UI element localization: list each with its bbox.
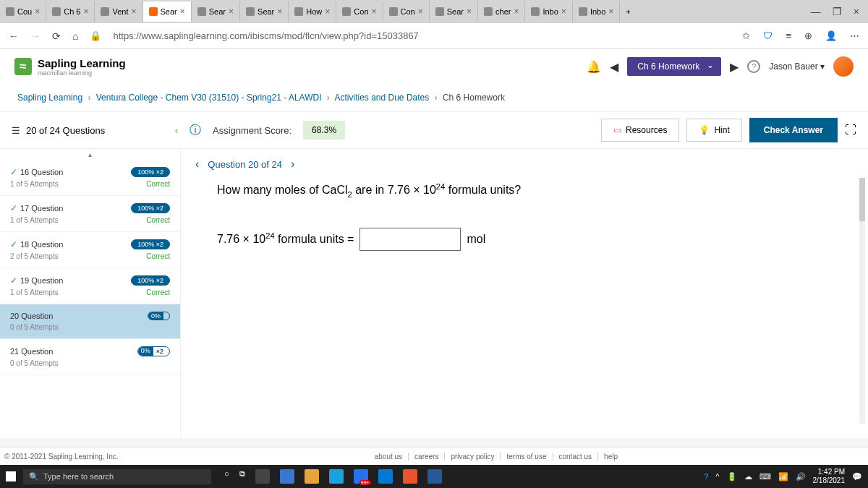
- check-answer-button[interactable]: Check Answer: [749, 118, 838, 142]
- tray-keyboard-icon[interactable]: ⌨: [760, 472, 771, 481]
- browser-tab[interactable]: Ch 6×: [46, 1, 95, 22]
- breadcrumb-link[interactable]: Activities and Due Dates: [335, 93, 430, 103]
- maximize-icon[interactable]: ❐: [833, 6, 842, 17]
- prev-question-icon[interactable]: ‹: [195, 158, 199, 171]
- prev-assignment-icon[interactable]: ◀: [610, 60, 618, 74]
- tray-chevron-icon[interactable]: ^: [715, 472, 719, 481]
- next-question-icon[interactable]: ›: [291, 158, 294, 171]
- browser-tab[interactable]: Con×: [336, 1, 383, 22]
- answer-input[interactable]: [359, 228, 461, 251]
- tray-volume-icon[interactable]: 🔊: [796, 472, 806, 481]
- browser-tab[interactable]: cher×: [478, 1, 525, 22]
- url-text[interactable]: https://www.saplinglearning.com/ibiscms/…: [113, 30, 731, 41]
- tray-battery-icon[interactable]: 🔋: [727, 472, 737, 481]
- taskbar-app-icon[interactable]: [305, 469, 319, 484]
- taskbar-app-icon[interactable]: 99+: [354, 469, 368, 484]
- browser-tab[interactable]: Vent×: [95, 1, 142, 22]
- scrollbar[interactable]: [859, 178, 865, 424]
- browser-tab[interactable]: Con×: [383, 1, 430, 22]
- cortana-icon[interactable]: ○: [224, 469, 229, 484]
- close-icon[interactable]: ×: [132, 7, 137, 17]
- browser-tab[interactable]: Inbo×: [573, 1, 620, 22]
- footer-link[interactable]: about us: [369, 453, 402, 461]
- start-button[interactable]: [6, 471, 16, 481]
- browser-tab[interactable]: Sear×: [192, 1, 240, 22]
- back-icon[interactable]: ←: [9, 30, 19, 42]
- taskbar-clock[interactable]: 1:42 PM 2/18/2021: [813, 468, 846, 485]
- browser-tab[interactable]: Inbo×: [525, 1, 572, 22]
- folder-icon: ▭: [613, 125, 621, 135]
- tray-wifi-icon[interactable]: 📶: [778, 472, 788, 481]
- browser-tab[interactable]: Sear×: [430, 1, 478, 22]
- close-icon[interactable]: ×: [561, 7, 566, 17]
- taskbar-app-icon[interactable]: [255, 469, 270, 484]
- refresh-icon[interactable]: ⟳: [52, 30, 61, 42]
- favorite-icon[interactable]: ✩: [742, 30, 750, 41]
- footer-link[interactable]: help: [597, 453, 618, 461]
- taskbar-app-icon[interactable]: [329, 469, 344, 484]
- footer-link[interactable]: privacy policy: [444, 453, 494, 461]
- question-list-item[interactable]: 20 Question0%0 of 5 Attempts: [0, 304, 180, 339]
- question-list-item[interactable]: ✓17 Question100% ×21 of 5 AttemptsCorrec…: [0, 196, 180, 232]
- avatar[interactable]: [833, 56, 854, 77]
- browser-tab[interactable]: Cou×: [0, 1, 46, 22]
- minimize-icon[interactable]: —: [811, 6, 821, 17]
- close-icon[interactable]: ×: [325, 7, 330, 17]
- close-icon[interactable]: ×: [35, 7, 40, 17]
- tray-help-icon[interactable]: ?: [704, 472, 708, 481]
- browser-tab-active[interactable]: Sear×: [143, 1, 192, 22]
- breadcrumb-link[interactable]: Sapling Learning: [17, 93, 82, 103]
- extension-icon[interactable]: 🛡: [763, 30, 773, 41]
- footer-link[interactable]: careers: [408, 453, 438, 461]
- footer-link[interactable]: terms of use: [500, 453, 546, 461]
- forward-icon[interactable]: →: [30, 30, 41, 42]
- task-view-icon[interactable]: ⧉: [239, 469, 245, 484]
- resources-button[interactable]: ▭Resources: [601, 119, 679, 142]
- profile-icon[interactable]: 👤: [825, 30, 837, 41]
- question-list-item[interactable]: ✓19 Question100% ×21 of 5 AttemptsCorrec…: [0, 268, 180, 304]
- tray-cloud-icon[interactable]: ☁: [744, 472, 752, 481]
- breadcrumb-link[interactable]: Ventura College - Chem V30 (31510) - Spr…: [96, 93, 322, 103]
- list-icon[interactable]: ☰: [12, 125, 20, 136]
- info-icon[interactable]: ⓘ: [190, 123, 201, 138]
- question-list-item[interactable]: ✓16 Question100% ×21 of 5 AttemptsCorrec…: [0, 160, 180, 196]
- user-menu[interactable]: Jason Bauer ▾: [769, 61, 825, 72]
- help-icon[interactable]: ?: [747, 60, 760, 73]
- action-center-icon[interactable]: 💬: [852, 472, 862, 481]
- question-sidebar[interactable]: ▴ ✓16 Question100% ×21 of 5 AttemptsCorr…: [0, 149, 181, 438]
- close-icon[interactable]: ×: [229, 7, 234, 17]
- close-icon[interactable]: ×: [418, 7, 423, 17]
- close-icon[interactable]: ×: [277, 7, 282, 17]
- collapse-icon[interactable]: ‹: [175, 125, 178, 136]
- taskbar-app-icon[interactable]: [427, 469, 442, 484]
- close-icon[interactable]: ×: [372, 7, 377, 17]
- close-window-icon[interactable]: ×: [854, 6, 859, 17]
- question-list-item[interactable]: 21 Question0% ×20 of 5 Attempts: [0, 339, 180, 375]
- notification-icon[interactable]: 🔔: [587, 60, 601, 74]
- taskbar-search[interactable]: 🔍 Type here to search: [23, 469, 211, 484]
- taskbar-app-icon[interactable]: [280, 469, 294, 484]
- new-tab-button[interactable]: +: [620, 1, 636, 22]
- footer-link[interactable]: contact us: [553, 453, 592, 461]
- browser-tab[interactable]: Sear×: [240, 1, 289, 22]
- question-list-item[interactable]: ✓18 Question100% ×22 of 5 AttemptsCorrec…: [0, 232, 180, 268]
- app-logo[interactable]: ≈ Sapling Learning macmillan learning: [14, 57, 126, 77]
- reading-list-icon[interactable]: ≡: [786, 30, 791, 41]
- hint-button[interactable]: 💡Hint: [686, 119, 741, 142]
- assignment-selector[interactable]: Ch 6 Homework: [627, 57, 721, 76]
- taskbar-app-icon[interactable]: [403, 469, 417, 484]
- scroll-up-icon[interactable]: ▴: [0, 149, 180, 160]
- taskbar-app-icon[interactable]: [378, 469, 393, 484]
- close-icon[interactable]: ×: [180, 7, 185, 17]
- fullscreen-icon[interactable]: ⛶: [845, 124, 856, 137]
- close-icon[interactable]: ×: [467, 7, 472, 17]
- check-icon: ✓: [10, 275, 17, 286]
- more-icon[interactable]: ⋯: [850, 30, 859, 41]
- close-icon[interactable]: ×: [608, 7, 613, 17]
- close-icon[interactable]: ×: [514, 7, 519, 17]
- close-icon[interactable]: ×: [83, 7, 88, 17]
- browser-tab[interactable]: How×: [289, 1, 336, 22]
- next-assignment-icon[interactable]: ▶: [730, 60, 739, 74]
- home-icon[interactable]: ⌂: [72, 30, 78, 42]
- collections-icon[interactable]: ⊕: [804, 30, 812, 41]
